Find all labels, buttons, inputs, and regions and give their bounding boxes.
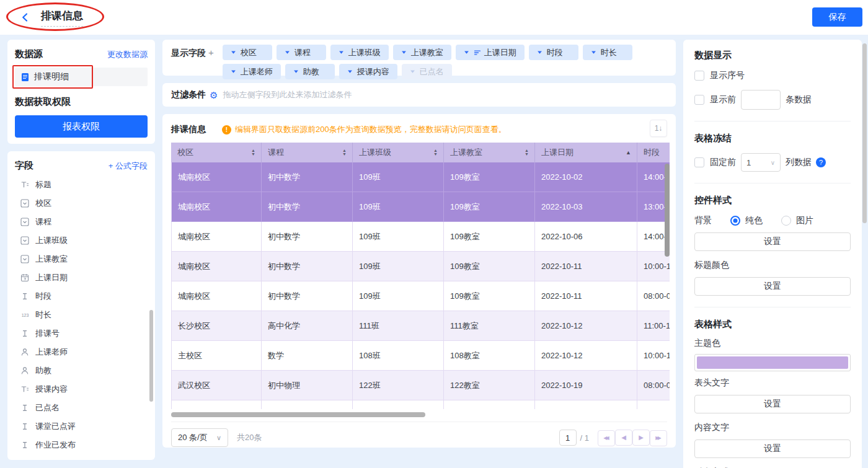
question-circle-icon[interactable]: ? xyxy=(816,157,826,167)
text-icon xyxy=(20,292,30,301)
add-display-field-button[interactable]: + xyxy=(208,47,214,58)
table-cell: 城南校区 xyxy=(171,222,262,252)
field-item[interactable]: 上课教室 xyxy=(15,250,148,268)
field-item[interactable]: 123时长 xyxy=(15,306,148,324)
display-field-chip[interactable]: 时段 xyxy=(529,45,578,60)
display-field-chip[interactable]: 上课老师 xyxy=(223,64,281,79)
display-field-chip[interactable]: 课程 xyxy=(277,45,326,60)
sort-icon[interactable]: ▲▼ xyxy=(251,149,255,156)
display-field-chip[interactable]: 时长 xyxy=(583,45,632,60)
table-row[interactable]: 武汉校区初中物理122班122教室2022-10-1908:00-0 xyxy=(171,371,670,400)
show-first-suffix: 条数据 xyxy=(786,94,812,105)
table-row[interactable]: 城南校区初中数学109班109教室2022-10-0313:00-1 xyxy=(171,192,670,222)
sort-ascending-icon[interactable]: ▲ xyxy=(626,149,631,156)
table-cell: 2022-10-11 xyxy=(535,252,637,281)
table-row[interactable]: 城南校区初中数学109班109教室2022-10-1110:00-1 xyxy=(171,252,670,281)
column-header[interactable]: 上课班级▲▼ xyxy=(353,143,444,162)
show-first-input[interactable] xyxy=(741,90,781,110)
table-cell: 109教室 xyxy=(444,162,535,192)
table-header-row: 排课信息 ! 编辑界面只取数据源前200条作为查询数据预览，完整数据请访问页面查… xyxy=(171,120,667,139)
add-formula-field-link[interactable]: + 公式字段 xyxy=(108,161,148,172)
back-icon[interactable] xyxy=(20,12,31,23)
field-item[interactable]: 作业已发布 xyxy=(15,436,148,454)
filter-drop-placeholder[interactable]: 拖动左侧字段到此处来添加过滤条件 xyxy=(223,89,352,100)
table-row[interactable]: 城南校区初中数学109班109教室2022-10-0214:00-1 xyxy=(171,162,670,192)
field-item[interactable]: 校区 xyxy=(15,194,148,213)
field-item[interactable]: 排课号 xyxy=(15,324,148,343)
field-item[interactable]: 时段 xyxy=(15,287,148,306)
display-field-chip[interactable]: 授课内容 xyxy=(339,64,397,79)
chip-label: 上课教室 xyxy=(411,47,443,58)
sort-icon[interactable]: ▲▼ xyxy=(433,149,438,156)
gear-icon[interactable]: ⚙ xyxy=(210,91,218,100)
field-item[interactable]: 上课老师 xyxy=(15,343,148,361)
left-page-button[interactable]: ◀ xyxy=(615,430,632,446)
chip-label: 时长 xyxy=(601,47,617,58)
display-field-chip[interactable]: 上课教室 xyxy=(393,45,451,60)
image-radio[interactable] xyxy=(781,216,791,226)
display-field-chip[interactable]: 上课班级 xyxy=(330,45,389,60)
change-datasource-link[interactable]: 更改数据源 xyxy=(107,49,148,60)
total-count-label: 共20条 xyxy=(237,432,262,443)
table-row[interactable]: 城南校区初中数学109班109教室2022-10-0614:00-1 xyxy=(171,222,670,252)
title-color-setting-button[interactable]: 设置 xyxy=(694,277,851,296)
sort-order-button[interactable]: 1↓ xyxy=(650,120,667,137)
chip-label: 课程 xyxy=(294,47,311,58)
table-cell: 109班 xyxy=(353,192,444,222)
chip-label: 上课班级 xyxy=(348,47,381,58)
display-field-chip[interactable]: 校区 xyxy=(223,45,272,60)
field-item[interactable]: 课程 xyxy=(15,213,148,231)
display-field-chip[interactable]: 已点名 xyxy=(402,64,452,79)
table-horizontal-scrollbar-thumb[interactable] xyxy=(171,412,425,417)
fields-panel: 字段 + 公式字段 标题校区课程上课班级上课教室上课日期时段123时长排课号上课… xyxy=(7,151,155,460)
table-vertical-scrollbar-thumb[interactable] xyxy=(665,164,670,257)
column-header-label: 校区 xyxy=(177,148,193,157)
field-item-label: 作业已发布 xyxy=(35,439,76,451)
page-scrollbar-thumb[interactable] xyxy=(862,43,867,223)
column-header[interactable]: 上课日期▲ xyxy=(535,143,637,162)
show-first-checkbox[interactable] xyxy=(694,95,704,105)
current-page-input[interactable]: 1 xyxy=(559,430,577,446)
background-setting-button[interactable]: 设置 xyxy=(694,232,851,251)
theme-color-picker[interactable] xyxy=(694,354,851,371)
solid-color-radio[interactable] xyxy=(730,216,740,226)
datasource-item[interactable]: 排课明细 xyxy=(15,68,148,86)
center-column: 显示字段+ 校区课程上课班级上课教室上课日期时段时长上课老师助教授课内容已点名 … xyxy=(162,40,676,448)
table-row[interactable]: 主校区数学108班108教室2022-10-1210:00-1 xyxy=(171,341,670,371)
field-item[interactable]: 助教 xyxy=(15,361,148,380)
sort-icon[interactable]: ▲▼ xyxy=(525,149,529,156)
column-header[interactable]: 时段 xyxy=(637,143,670,162)
field-item[interactable]: 上课日期 xyxy=(15,268,148,287)
field-item[interactable]: 上课班级 xyxy=(15,231,148,250)
field-item[interactable]: 授课内容 xyxy=(15,380,148,399)
table-row[interactable]: 城南校区初中数学109班109教室2022-10-1108:00-0 xyxy=(171,281,670,311)
fields-scrollbar-thumb[interactable] xyxy=(149,310,153,402)
table-row[interactable]: 长沙校区高中化学111班111教室2022-10-1211:00-1 xyxy=(171,311,670,341)
freeze-count-select[interactable]: 1 ∨ xyxy=(741,153,781,172)
field-item[interactable]: 标题 xyxy=(15,175,148,194)
freeze-count-value: 1 xyxy=(746,158,751,167)
double-left-page-button[interactable]: ◀◀ xyxy=(598,430,615,446)
field-item-label: 时长 xyxy=(35,309,51,320)
column-header[interactable]: 上课教室▲▼ xyxy=(444,143,535,162)
permission-title: 数据获取权限 xyxy=(15,96,148,108)
main-layout: 数据源 更改数据源 排课明细 数据获取权限 报表权限 xyxy=(7,40,862,468)
show-index-checkbox[interactable] xyxy=(694,71,704,81)
right-page-button[interactable]: ▶ xyxy=(632,430,650,446)
table-panel: 排课信息 ! 编辑界面只取数据源前200条作为查询数据预览，完整数据请访问页面查… xyxy=(162,114,676,448)
table-cell: 初中数学 xyxy=(262,252,353,281)
save-button[interactable]: 保存 xyxy=(812,7,862,27)
field-item[interactable]: 课堂已点评 xyxy=(15,417,148,436)
freeze-checkbox[interactable] xyxy=(694,157,704,167)
display-field-chip[interactable]: 上课日期 xyxy=(456,45,525,60)
field-item[interactable]: 已点名 xyxy=(15,399,148,417)
column-header[interactable]: 课程▲▼ xyxy=(262,143,353,162)
content-text-setting-button[interactable]: 设置 xyxy=(694,439,851,458)
column-header[interactable]: 校区▲▼ xyxy=(171,143,262,162)
display-field-chip[interactable]: 助教 xyxy=(285,64,335,79)
page-size-select[interactable]: 20 条/页 ∨ xyxy=(171,428,228,447)
header-text-setting-button[interactable]: 设置 xyxy=(694,395,851,413)
double-right-page-button[interactable]: ▶▶ xyxy=(650,430,667,446)
sort-icon[interactable]: ▲▼ xyxy=(342,149,347,156)
report-permission-button[interactable]: 报表权限 xyxy=(15,115,148,138)
